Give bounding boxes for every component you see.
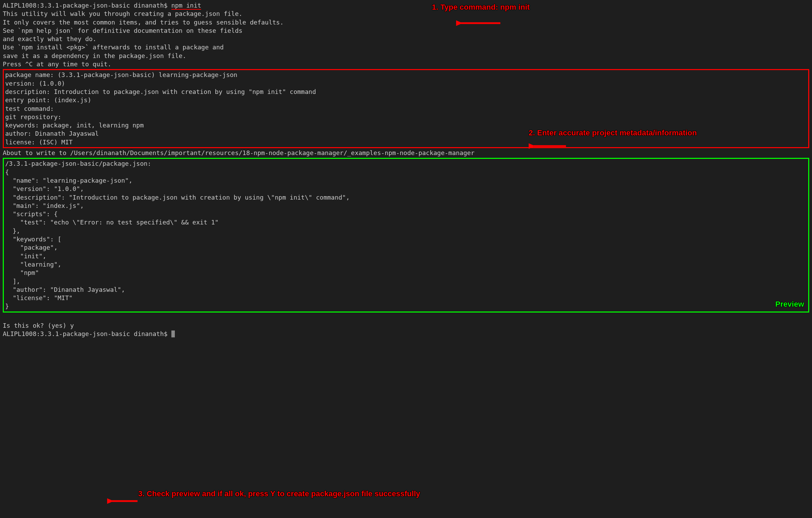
output-line: It only covers the most common items, an… bbox=[3, 18, 809, 27]
output-line: save it as a dependency in the package.j… bbox=[3, 52, 809, 60]
license-prompt[interactable]: license: (ISC) MIT bbox=[5, 138, 807, 146]
preview-line: } bbox=[5, 302, 807, 310]
author-prompt[interactable]: author: Dinanath Jayaswal bbox=[5, 130, 807, 138]
prompt-line-1[interactable]: ALIPL1008:3.3.1-package-json-basic dinan… bbox=[3, 1, 809, 10]
annotation-3: 3. Check preview and if all ok, press Y … bbox=[138, 489, 420, 499]
about-write-line: About to write to /Users/dinanath/Docume… bbox=[3, 149, 809, 157]
cursor-icon bbox=[171, 330, 175, 337]
output-line: This utility will walk you through creat… bbox=[3, 10, 809, 18]
preview-box: /3.3.1-package-json-basic/package.json: … bbox=[3, 158, 809, 312]
final-prompt-line[interactable]: ALIPL1008:3.3.1-package-json-basic dinan… bbox=[3, 330, 809, 338]
description-prompt[interactable]: description: Introduction to package.jso… bbox=[5, 88, 807, 96]
confirm-prompt[interactable]: Is this ok? (yes) y bbox=[3, 322, 809, 330]
output-line: See `npm help json` for definitive docum… bbox=[3, 27, 809, 35]
prompt-host: ALIPL1008:3.3.1-package-json-basic dinan… bbox=[3, 2, 171, 9]
preview-line: "name": "learning-package-json", bbox=[5, 176, 807, 185]
blank-line bbox=[3, 313, 809, 322]
output-line: Press ^C at any time to quit. bbox=[3, 60, 809, 68]
preview-line: "init", bbox=[5, 252, 807, 260]
preview-line: "keywords": [ bbox=[5, 235, 807, 243]
git-repository-prompt[interactable]: git repository: bbox=[5, 113, 807, 121]
npm-init-command: npm init bbox=[171, 2, 201, 10]
preview-line: "learning", bbox=[5, 260, 807, 269]
preview-line: "license": "MIT" bbox=[5, 294, 807, 302]
preview-line: { bbox=[5, 168, 807, 176]
package-name-prompt[interactable]: package name: (3.3.1-package-json-basic)… bbox=[5, 71, 807, 79]
test-command-prompt[interactable]: test command: bbox=[5, 105, 807, 113]
entry-point-prompt[interactable]: entry point: (index.js) bbox=[5, 96, 807, 104]
preview-label: Preview bbox=[775, 299, 804, 309]
prompt-host-final: ALIPL1008:3.3.1-package-json-basic dinan… bbox=[3, 330, 171, 337]
preview-line: }, bbox=[5, 227, 807, 235]
preview-line: ], bbox=[5, 277, 807, 286]
keywords-prompt[interactable]: keywords: package, init, learning npm bbox=[5, 121, 807, 130]
preview-line: "npm" bbox=[5, 269, 807, 277]
output-line: and exactly what they do. bbox=[3, 35, 809, 43]
arrow-3-icon bbox=[107, 496, 138, 506]
preview-line: "test": "echo \"Error: no test specified… bbox=[5, 218, 807, 227]
preview-line: "main": "index.js", bbox=[5, 202, 807, 210]
preview-line: "scripts": { bbox=[5, 210, 807, 218]
preview-line: "author": "Dinanath Jayaswal", bbox=[5, 286, 807, 294]
output-line: Use `npm install <pkg>` afterwards to in… bbox=[3, 43, 809, 51]
version-prompt[interactable]: version: (1.0.0) bbox=[5, 79, 807, 88]
preview-line: "description": "Introduction to package.… bbox=[5, 193, 807, 202]
metadata-input-box: package name: (3.3.1-package-json-basic)… bbox=[3, 69, 809, 148]
preview-line: "version": "1.0.0", bbox=[5, 185, 807, 193]
preview-line: "package", bbox=[5, 243, 807, 252]
about-write-path: /3.3.1-package-json-basic/package.json: bbox=[5, 160, 807, 168]
